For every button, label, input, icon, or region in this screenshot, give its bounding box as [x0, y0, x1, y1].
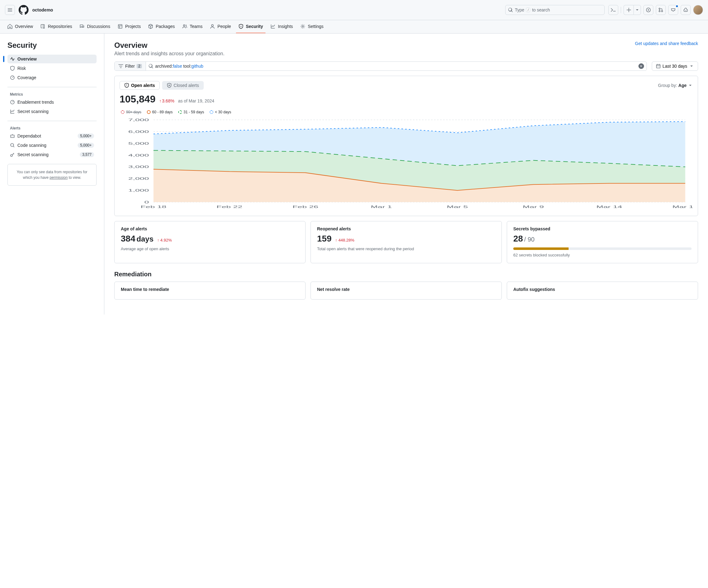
legend-lt30[interactable]: < 30 days — [210, 110, 231, 114]
card-age-value: 384 — [121, 234, 136, 244]
svg-text:Feb 18: Feb 18 — [141, 205, 167, 209]
hamburger-icon — [7, 7, 12, 12]
page-header: Overview Alert trends and insights acros… — [114, 41, 698, 57]
user-avatar[interactable] — [693, 5, 703, 15]
sidebar-item-enablement[interactable]: Enablement trends — [7, 98, 96, 107]
meter-icon — [10, 100, 15, 105]
legend-60-89[interactable]: 60 - 89 days — [147, 110, 173, 114]
project-icon — [118, 24, 123, 29]
card-secrets-sub: 62 secrets blocked successfully — [513, 253, 691, 258]
tab-people[interactable]: People — [207, 20, 234, 33]
create-new-button[interactable] — [623, 5, 633, 15]
svg-text:4,000: 4,000 — [128, 153, 149, 157]
secret-count: 3,577 — [80, 152, 94, 157]
sidebar-item-secret-scanning-metric[interactable]: Secret scanning — [7, 107, 96, 116]
tab-settings[interactable]: Settings — [298, 20, 326, 33]
tab-projects[interactable]: Projects — [115, 20, 144, 33]
card-reopened-value: 159 — [317, 234, 332, 244]
card-autofix: Autofix suggestions — [507, 282, 698, 300]
tab-settings-label: Settings — [308, 24, 324, 29]
groupby-dropdown[interactable]: Group by: Age — [658, 83, 693, 88]
search-icon — [508, 7, 513, 12]
copilot-button[interactable] — [681, 5, 690, 15]
sidebar-item-dependabot[interactable]: Dependabot 5,000+ — [7, 131, 96, 140]
alerts-chart-panel: Open alerts Closed alerts Group by: Age … — [114, 76, 698, 216]
caret-down-icon — [689, 64, 694, 68]
sidebar-risk-label: Risk — [18, 66, 26, 71]
clear-filter-button[interactable]: ✕ — [639, 63, 644, 69]
tab-overview[interactable]: Overview — [5, 20, 35, 33]
note-permission-link[interactable]: permission — [50, 175, 68, 180]
svg-text:0: 0 — [144, 200, 149, 204]
remediation-cards-row: Mean time to remediate Net resolve rate … — [114, 282, 698, 300]
header-actions — [608, 5, 703, 15]
search-slash-hint: / — [526, 8, 530, 12]
notifications-button[interactable] — [668, 5, 678, 15]
card-secrets-value: 28 — [513, 234, 523, 244]
sidebar-item-code-scanning[interactable]: Code scanning 5,000+ — [7, 141, 96, 150]
sidebar-item-overview[interactable]: Overview — [7, 55, 96, 63]
legend-31-label: 31 - 59 days — [183, 110, 204, 114]
card-reopened-sub: Total open alerts that were reopened dur… — [317, 246, 495, 252]
sidebar-title: Security — [7, 41, 96, 50]
svg-text:Feb 22: Feb 22 — [216, 205, 242, 209]
area-chart: 01,0002,0003,0004,0005,0006,0007,000Feb … — [120, 117, 693, 210]
copilot-icon — [683, 7, 688, 12]
tab-insights[interactable]: Insights — [268, 20, 295, 33]
sidebar-enablement-label: Enablement trends — [18, 100, 54, 105]
pull-requests-button[interactable] — [656, 5, 666, 15]
card-age-sub: Average age of open alerts — [121, 246, 299, 252]
org-name[interactable]: octodemo — [32, 7, 53, 12]
command-palette-button[interactable] — [608, 5, 618, 15]
hamburger-button[interactable] — [5, 5, 15, 15]
tab-projects-label: Projects — [125, 24, 141, 29]
secrets-progress-bar — [513, 247, 691, 250]
global-search-input[interactable]: Type / to search — [505, 5, 604, 15]
shield-x-icon — [167, 83, 172, 88]
stat-cards-row: Age of alerts 384 days 4.92% Average age… — [114, 221, 698, 263]
legend-swatch-icon — [178, 110, 182, 114]
github-logo-icon[interactable] — [19, 5, 29, 15]
notification-dot — [675, 5, 678, 8]
remediation-title: Remediation — [114, 271, 698, 278]
svg-point-2 — [685, 10, 685, 11]
tab-security[interactable]: Security — [236, 20, 266, 33]
filter-label: Filter — [125, 64, 135, 68]
svg-text:Mar 9: Mar 9 — [523, 205, 544, 209]
q-val2: github — [191, 64, 203, 68]
svg-text:1,000: 1,000 — [128, 188, 149, 192]
filter-count: 2 — [137, 64, 142, 68]
tab-packages[interactable]: Packages — [146, 20, 177, 33]
feedback-link[interactable]: Get updates and share feedback — [635, 41, 698, 46]
tab-discussions[interactable]: Discussions — [77, 20, 113, 33]
page-title: Overview — [114, 41, 225, 50]
issues-button[interactable] — [643, 5, 653, 15]
main-layout: Security Overview Risk Coverage Metrics … — [0, 33, 708, 315]
legend-90plus[interactable]: 90+ days — [121, 110, 141, 114]
tab-teams[interactable]: Teams — [180, 20, 205, 33]
sidebar-item-coverage[interactable]: Coverage — [7, 73, 96, 82]
pulse-icon — [10, 57, 15, 61]
tab-teams-label: Teams — [190, 24, 203, 29]
card-reopened-alerts: Reopened alerts 159 448.28% Total open a… — [311, 221, 502, 263]
sidebar-item-secret-scanning-alert[interactable]: Secret scanning 3,577 — [7, 150, 96, 159]
create-new-dropdown-button[interactable] — [633, 5, 641, 15]
date-range-button[interactable]: Last 30 days — [652, 61, 698, 71]
groupby-value: Age — [678, 83, 686, 88]
sidebar-permission-note: You can only see data from repositories … — [7, 164, 96, 186]
sidebar-item-risk[interactable]: Risk — [7, 64, 96, 72]
tab-repositories[interactable]: Repositories — [38, 20, 75, 33]
filter-button[interactable]: Filter 2 — [115, 62, 146, 70]
filter-search-input[interactable]: archived:false tool:github ✕ — [146, 62, 647, 70]
card-age-of-alerts: Age of alerts 384 days 4.92% Average age… — [114, 221, 305, 263]
svg-text:3,000: 3,000 — [128, 165, 149, 169]
card-age-unit: days — [137, 235, 154, 243]
legend-31-59[interactable]: 31 - 59 days — [178, 110, 204, 114]
tab-insights-label: Insights — [278, 24, 293, 29]
card-autofix-title: Autofix suggestions — [513, 287, 691, 292]
terminal-icon — [611, 7, 616, 12]
open-alerts-toggle[interactable]: Open alerts — [120, 81, 159, 90]
people-icon — [182, 24, 187, 29]
codescan-icon — [10, 143, 15, 148]
closed-alerts-toggle[interactable]: Closed alerts — [162, 81, 204, 90]
